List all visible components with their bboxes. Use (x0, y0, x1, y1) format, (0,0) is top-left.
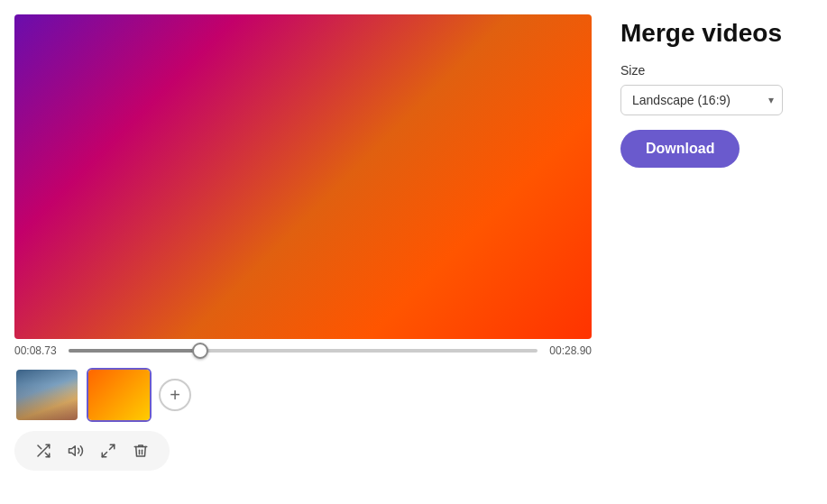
volume-button[interactable] (61, 436, 90, 465)
shuffle-icon (35, 443, 51, 459)
delete-button[interactable] (126, 436, 155, 465)
plus-icon: + (170, 385, 180, 406)
total-time-label: 00:28.90 (545, 344, 592, 357)
thumb-img-1 (16, 370, 78, 420)
page-title: Merge videos (620, 18, 813, 49)
svg-line-4 (110, 444, 115, 449)
fullscreen-button[interactable] (94, 436, 123, 465)
svg-marker-3 (69, 446, 76, 456)
timeline-row: 00:08.73 00:28.90 (14, 339, 592, 362)
scrubber-track[interactable] (69, 349, 538, 353)
thumbnail-1[interactable] (14, 368, 79, 422)
thumb-person-overlay (16, 370, 78, 420)
svg-line-2 (38, 445, 41, 449)
right-panel: Merge videos Size Landscape (16:9) Portr… (620, 14, 813, 168)
add-video-button[interactable]: + (159, 379, 191, 411)
volume-icon (68, 443, 84, 459)
size-select[interactable]: Landscape (16:9) Portrait (9:16) Square … (620, 85, 783, 115)
download-button[interactable]: Download (620, 130, 740, 168)
shuffle-button[interactable] (29, 436, 58, 465)
scrubber-thumb[interactable] (192, 343, 208, 359)
svg-line-5 (102, 453, 106, 457)
size-label: Size (620, 63, 813, 78)
scrubber-fill (69, 349, 200, 353)
thumb-img-2 (88, 370, 150, 420)
thumbnail-2[interactable] (87, 368, 152, 422)
left-panel: 00:08.73 00:28.90 + (14, 14, 592, 471)
video-gradient (14, 14, 592, 339)
fullscreen-icon (100, 443, 116, 459)
trash-icon (133, 443, 149, 459)
current-time-label: 00:08.73 (14, 344, 61, 357)
size-select-wrapper: Landscape (16:9) Portrait (9:16) Square … (620, 85, 783, 115)
thumbnails-row: + (14, 362, 592, 427)
video-preview (14, 14, 592, 339)
controls-bar (14, 431, 170, 471)
size-section: Size Landscape (16:9) Portrait (9:16) Sq… (620, 63, 813, 115)
